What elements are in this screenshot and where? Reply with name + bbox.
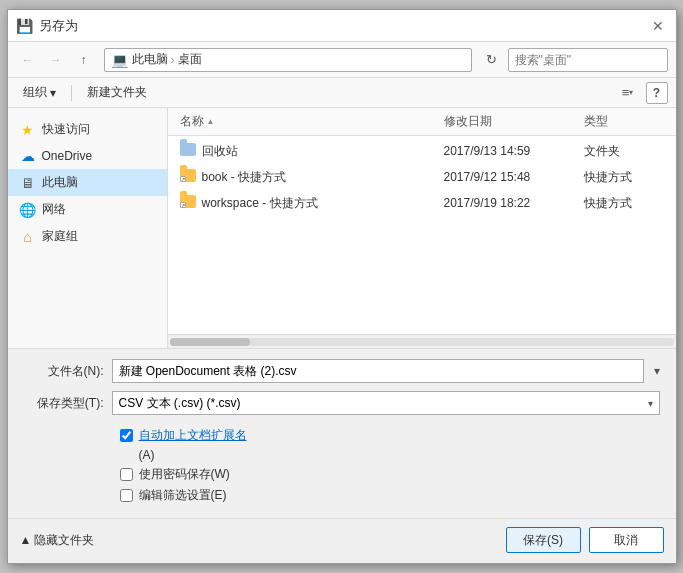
save-button[interactable]: 保存(S) [506,527,581,553]
breadcrumb-folder: 桌面 [178,51,202,68]
table-row[interactable]: ↗ workspace - 快捷方式 2017/9/19 18:22 快捷方式 [168,190,676,216]
sidebar-item-network[interactable]: 🌐 网络 [8,196,167,223]
shortcut-icon: ↗ [180,195,196,211]
sidebar-label-onedrive: OneDrive [42,149,93,163]
search-input[interactable] [509,53,668,67]
home-icon: ⌂ [20,229,36,245]
address-bar[interactable]: 💻 此电脑 › 桌面 [104,48,472,72]
breadcrumb-sep: › [171,53,175,67]
filename-row: 文件名(N): ▾ [24,359,660,383]
column-type[interactable]: 类型 [584,113,664,130]
hide-folder-button[interactable]: ▲ 隐藏文件夹 [20,532,95,549]
up-button[interactable]: ↑ [72,48,96,72]
toolbar-left: 组织 ▾ 新建文件夹 [16,82,154,104]
main-content: ★ 快速访问 ☁ OneDrive 🖥 此电脑 🌐 网络 ⌂ 家庭组 [8,108,676,348]
scrollbar-track [170,338,674,346]
sidebar-label-this-pc: 此电脑 [42,174,78,191]
network-icon: 🌐 [20,202,36,218]
save-as-dialog: 💾 另存为 ✕ ← → ↑ 💻 此电脑 › 桌面 ↻ 🔍 组织 [7,9,677,564]
close-button[interactable]: ✕ [648,16,668,36]
password-label: 使用密码保存(W) [139,466,230,483]
col-date-label: 修改日期 [444,114,492,128]
sidebar-item-onedrive[interactable]: ☁ OneDrive [8,143,167,169]
view-icon: ≡ [622,85,630,100]
table-row[interactable]: 回收站 2017/9/13 14:59 文件夹 [168,138,676,164]
search-bar: 🔍 [508,48,668,72]
file-name: 回收站 [202,143,238,160]
computer-icon: 🖥 [20,175,36,191]
file-area: 名称 ▲ 修改日期 类型 回收站 [168,108,676,348]
auto-ext-checkbox[interactable] [120,429,133,442]
second-toolbar: 组织 ▾ 新建文件夹 ≡ ▾ ? [8,78,676,108]
file-date: 2017/9/19 18:22 [444,196,584,210]
options-section: 自动加上文档扩展名 (A) 使用密码保存(W) 编辑筛选设置(E) [24,423,660,512]
footer-left: ▲ 隐藏文件夹 [20,532,95,549]
filetype-row: 保存类型(T): CSV 文本 (.csv) (*.csv) ▾ [24,391,660,415]
new-folder-label: 新建文件夹 [87,84,147,101]
horizontal-scrollbar[interactable] [168,334,676,348]
file-type: 文件夹 [584,143,664,160]
file-type: 快捷方式 [584,195,664,212]
shortcut-icon: ↗ [180,169,196,185]
file-name-cell: 回收站 [180,143,444,160]
column-name[interactable]: 名称 ▲ [180,113,444,130]
organize-button[interactable]: 组织 ▾ [16,82,63,104]
auto-ext-sublabel: (A) [139,448,660,462]
file-name-cell: ↗ book - 快捷方式 [180,169,444,186]
filename-input[interactable] [112,359,644,383]
auto-ext-label[interactable]: 自动加上文档扩展名 [139,427,247,444]
new-folder-button[interactable]: 新建文件夹 [80,82,154,104]
organize-label: 组织 [23,84,47,101]
dialog-title: 另存为 [39,17,78,35]
footer: ▲ 隐藏文件夹 保存(S) 取消 [8,518,676,563]
view-arrow-icon: ▾ [629,88,633,97]
file-header: 名称 ▲ 修改日期 类型 [168,108,676,136]
view-button[interactable]: ≡ ▾ [614,82,642,104]
column-date[interactable]: 修改日期 [444,113,584,130]
sidebar-item-quick-access[interactable]: ★ 快速访问 [8,116,167,143]
title-bar-controls: ✕ [648,16,668,36]
sidebar-label-home-group: 家庭组 [42,228,78,245]
filename-label: 文件名(N): [24,363,104,380]
filetype-dropdown[interactable]: CSV 文本 (.csv) (*.csv) ▾ [112,391,660,415]
breadcrumb-pc: 此电脑 [132,51,168,68]
title-bar: 💾 另存为 ✕ [8,10,676,42]
hide-folder-label: 隐藏文件夹 [34,532,94,549]
col-type-label: 类型 [584,114,608,128]
password-checkbox[interactable] [120,468,133,481]
filter-checkbox[interactable] [120,489,133,502]
dropdown-arrow-icon: ▾ [648,398,653,409]
sidebar-item-home-group[interactable]: ⌂ 家庭组 [8,223,167,250]
auto-ext-row: 自动加上文档扩展名 [120,427,660,444]
filename-dropdown-arrow[interactable]: ▾ [654,364,660,378]
toolbar-divider [71,85,72,101]
file-list: 回收站 2017/9/13 14:59 文件夹 ↗ book - 快捷方式 [168,136,676,334]
sidebar: ★ 快速访问 ☁ OneDrive 🖥 此电脑 🌐 网络 ⌂ 家庭组 [8,108,168,348]
forward-button[interactable]: → [44,48,68,72]
navigation-toolbar: ← → ↑ 💻 此电脑 › 桌面 ↻ 🔍 [8,42,676,78]
title-bar-left: 💾 另存为 [16,17,78,35]
back-button[interactable]: ← [16,48,40,72]
table-row[interactable]: ↗ book - 快捷方式 2017/9/12 15:48 快捷方式 [168,164,676,190]
password-row: 使用密码保存(W) [120,466,660,483]
bottom-section: 文件名(N): ▾ 保存类型(T): CSV 文本 (.csv) (*.csv)… [8,348,676,518]
refresh-button[interactable]: ↻ [480,48,504,72]
sidebar-item-this-pc[interactable]: 🖥 此电脑 [8,169,167,196]
file-date: 2017/9/13 14:59 [444,144,584,158]
sidebar-label-network: 网络 [42,201,66,218]
cancel-button[interactable]: 取消 [589,527,664,553]
filetype-value: CSV 文本 (.csv) (*.csv) [119,395,241,412]
file-name: workspace - 快捷方式 [202,195,318,212]
file-name-cell: ↗ workspace - 快捷方式 [180,195,444,212]
help-button[interactable]: ? [646,82,668,104]
toolbar-right: ≡ ▾ ? [614,82,668,104]
breadcrumb: 此电脑 › 桌面 [132,51,202,68]
sort-arrow-icon: ▲ [207,117,215,126]
col-name-label: 名称 [180,113,204,130]
scrollbar-thumb[interactable] [170,338,250,346]
star-icon: ★ [20,122,36,138]
footer-right: 保存(S) 取消 [506,527,664,553]
file-name: book - 快捷方式 [202,169,287,186]
sidebar-label-quick-access: 快速访问 [42,121,90,138]
filetype-label: 保存类型(T): [24,395,104,412]
